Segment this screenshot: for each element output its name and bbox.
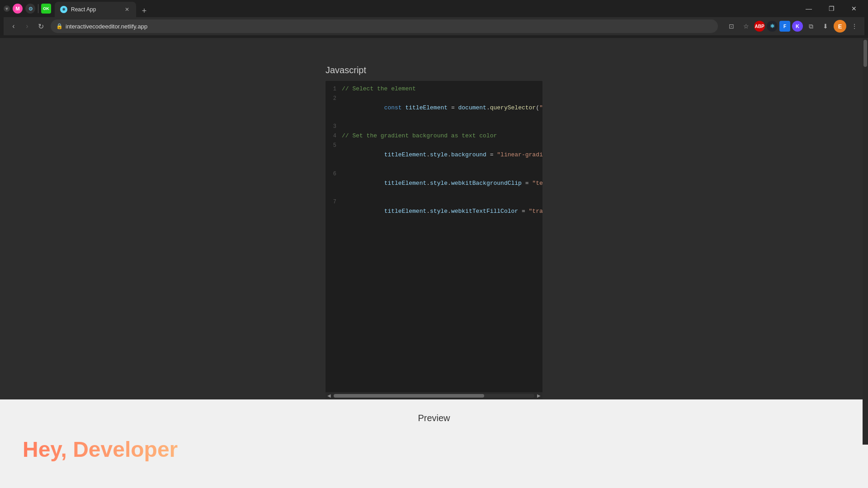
downloads-icon[interactable]: ⬇ <box>819 20 832 33</box>
browser-window: ▼ M ⊙ OK ⚛ React App ✕ + — ❐ ✕ ‹ › ↻ <box>0 0 868 35</box>
scroll-left-arrow[interactable]: ◀ <box>326 392 333 399</box>
scroll-track[interactable] <box>334 394 534 398</box>
code-line-3: 3 <box>326 122 542 131</box>
scroll-right-arrow[interactable]: ▶ <box>535 392 542 399</box>
screen-cast-icon[interactable]: ⊡ <box>725 20 738 33</box>
line-content-4: // Set the gradient background as text c… <box>342 131 542 141</box>
line-content-3 <box>342 122 542 131</box>
scroll-thumb[interactable] <box>334 394 484 398</box>
toolbar-icons: ⊡ ☆ ABP ⚛ F K ⧉ ⬇ E ⋮ <box>725 20 861 33</box>
editor-section: Javascript 1 // Select the element 2 con… <box>326 65 542 399</box>
extensions-icon[interactable]: ⧉ <box>805 20 817 33</box>
tab-title: React App <box>71 6 120 13</box>
tabs-bar: ▼ M ⊙ OK ⚛ React App ✕ + — ❐ ✕ <box>0 0 868 17</box>
profile-avatar[interactable]: E <box>834 20 846 33</box>
ext-k-icon[interactable]: K <box>792 21 803 32</box>
code-empty-area <box>326 230 542 392</box>
window-restore[interactable]: ❐ <box>821 0 842 17</box>
line-num-2: 2 <box>326 94 342 103</box>
editor-label: Javascript <box>326 65 542 75</box>
forward-button[interactable]: › <box>21 20 33 33</box>
line-content-2: const titleElement = document.querySelec… <box>342 94 542 122</box>
code-line-7: 7 titleElement.style.webkitTextFillColor… <box>326 197 542 225</box>
ext-blue-icon[interactable]: F <box>779 21 790 32</box>
line-num-1: 1 <box>326 84 342 94</box>
preview-label: Preview <box>23 413 845 423</box>
new-tab-button[interactable]: + <box>138 5 151 17</box>
preview-title: Hey, Developer <box>23 437 178 462</box>
url-box[interactable]: 🔒 interactivecodeeditor.netlify.app <box>51 19 718 33</box>
line-content-5: titleElement.style.background = "linear-… <box>342 141 542 169</box>
code-line-4: 4 // Set the gradient background as text… <box>326 131 542 141</box>
adblock-icon[interactable]: ABP <box>754 21 765 32</box>
back-button[interactable]: ‹ <box>7 20 20 33</box>
bookmark-icon[interactable]: ☆ <box>740 20 752 33</box>
code-horizontal-scrollbar[interactable]: ◀ ▶ <box>326 392 542 399</box>
window-minimize[interactable]: — <box>798 0 819 17</box>
reload-button[interactable]: ↻ <box>34 20 47 33</box>
address-bar: ‹ › ↻ 🔒 interactivecodeeditor.netlify.ap… <box>4 17 864 35</box>
browser-scrollbar[interactable] <box>863 38 868 445</box>
c-icon: ⊙ <box>25 4 35 14</box>
react-devtools-icon[interactable]: ⚛ <box>767 21 778 32</box>
tab-favicon: ⚛ <box>60 6 67 13</box>
scrollbar-thumb[interactable] <box>863 40 867 67</box>
code-lines: 1 // Select the element 2 const titleEle… <box>326 81 542 230</box>
code-line-5: 5 titleElement.style.background = "linea… <box>326 141 542 169</box>
code-editor[interactable]: 1 // Select the element 2 const titleEle… <box>326 81 542 399</box>
url-text: interactivecodeeditor.netlify.app <box>66 23 712 30</box>
tab-close-button[interactable]: ✕ <box>123 6 131 13</box>
code-line-2: 2 const titleElement = document.querySel… <box>326 94 542 122</box>
m-icon: M <box>13 4 23 14</box>
nav-controls: ‹ › ↻ <box>7 20 47 33</box>
line-num-6: 6 <box>326 169 342 178</box>
minimize-button[interactable]: ▼ <box>4 5 10 12</box>
line-num-4: 4 <box>326 131 342 141</box>
line-content-7: titleElement.style.webkitTextFillColor =… <box>342 197 542 225</box>
preview-section: Preview Hey, Developer <box>0 399 868 488</box>
active-tab[interactable]: ⚛ React App ✕ <box>55 2 136 17</box>
line-num-5: 5 <box>326 141 342 150</box>
window-close[interactable]: ✕ <box>844 0 864 17</box>
line-content-6: titleElement.style.webkitBackgroundClip … <box>342 169 542 197</box>
code-line-6: 6 titleElement.style.webkitBackgroundCli… <box>326 169 542 197</box>
code-line-1: 1 // Select the element <box>326 84 542 94</box>
line-num-7: 7 <box>326 197 342 206</box>
page-content: Javascript 1 // Select the element 2 con… <box>0 38 868 488</box>
line-content-1: // Select the element <box>342 84 542 94</box>
menu-icon[interactable]: ⋮ <box>848 20 861 33</box>
lock-icon: 🔒 <box>56 23 63 29</box>
line-num-3: 3 <box>326 122 342 131</box>
ok-icon: OK <box>41 4 51 14</box>
